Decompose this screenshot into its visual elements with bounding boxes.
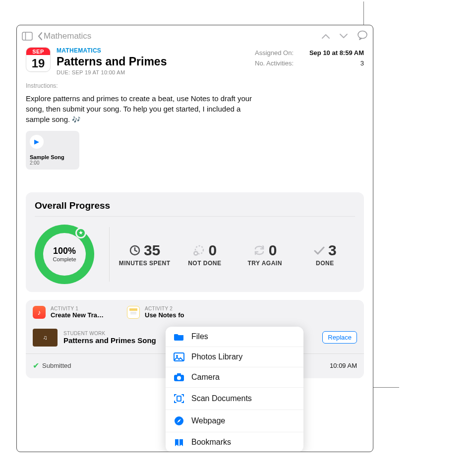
activity-1-label: ACTIVITY 1: [51, 306, 115, 311]
calendar-icon: SEP 19: [26, 47, 51, 72]
assignment-title: Patterns and Primes: [57, 55, 167, 68]
menu-webpage[interactable]: Webpage: [166, 410, 303, 432]
check-icon: [313, 245, 325, 255]
safari-icon: [174, 415, 184, 426]
stat-try-again: 10 TRY AGAIN: [235, 242, 295, 267]
stat-minutes: 35 MINUTES SPENT: [115, 242, 175, 267]
star-badge-icon: ★: [75, 228, 86, 238]
instructions-label: Instructions:: [26, 82, 364, 89]
assigned-on-label: Assigned On:: [255, 49, 294, 57]
callout-line-vertical: [363, 1, 364, 25]
activity-2-label: ACTIVITY 2: [145, 306, 209, 311]
subject-label: MATHEMATICS: [57, 47, 167, 54]
camera-icon: [174, 373, 184, 382]
student-work-label: STUDENT WORK: [63, 331, 156, 336]
progress-title: Overall Progress: [35, 200, 355, 211]
progress-percent: 100%: [53, 246, 76, 256]
attachment-source-menu: Files Photos Library Camera Scan Documen…: [166, 327, 303, 452]
play-icon[interactable]: ▶: [30, 135, 44, 149]
music-notes-icon: 🎶: [72, 116, 80, 123]
student-work-name: Patterns and Primes Song: [63, 336, 156, 345]
messages-button[interactable]: [357, 30, 368, 42]
activity-1[interactable]: ♪ ACTIVITY 1 Create New Tra…: [33, 306, 117, 319]
photos-icon: [174, 352, 184, 361]
svg-rect-17: [177, 373, 181, 375]
not-done-icon: [193, 244, 206, 256]
due-label: DUE: SEP 19 AT 10:00 AM: [57, 69, 167, 75]
progress-ring: 100% Complete ★: [35, 225, 94, 284]
navbar: Mathematics: [17, 25, 373, 47]
svg-rect-10: [129, 308, 137, 311]
activity-1-name: Create New Tra…: [51, 311, 115, 319]
sample-title: Sample Song: [30, 154, 75, 160]
student-work-thumbnail[interactable]: ♫: [33, 329, 58, 347]
activities-count-label: No. Activities:: [255, 59, 294, 67]
overall-progress-card: Overall Progress 100% Complete ★ 35 MINU…: [26, 192, 364, 292]
calendar-day: 19: [26, 55, 50, 71]
instructions-body: Explore patterns and primes to create a …: [26, 93, 254, 125]
retry-icon: 1: [253, 245, 266, 256]
svg-point-2: [358, 31, 367, 39]
bookmarks-icon: [174, 438, 184, 447]
activities-count-value: 3: [360, 59, 364, 67]
app-frame: Mathematics SEP 19 MATHEMATICS Patterns …: [16, 25, 373, 452]
submitted-time: 10:09 AM: [330, 362, 357, 369]
prev-assignment-button[interactable]: [321, 31, 330, 42]
menu-files[interactable]: Files: [166, 327, 303, 347]
stat-not-done: 0 NOT DONE: [175, 242, 235, 267]
menu-photos-library[interactable]: Photos Library: [166, 347, 303, 367]
svg-rect-0: [22, 32, 32, 40]
sample-song-card[interactable]: ▶ Sample Song 2:00: [26, 131, 79, 170]
next-assignment-button[interactable]: [339, 31, 348, 42]
calendar-month: SEP: [26, 48, 50, 55]
menu-camera[interactable]: Camera: [166, 367, 303, 388]
stat-done: 3 DONE: [295, 242, 355, 267]
menu-bookmarks[interactable]: Bookmarks: [166, 432, 303, 452]
clock-icon: [129, 244, 141, 256]
activity-2[interactable]: ACTIVITY 2 Use Notes fo: [127, 306, 211, 319]
activity-2-name: Use Notes fo: [145, 311, 209, 319]
progress-percent-sub: Complete: [53, 256, 76, 262]
garageband-icon: ♪: [33, 306, 46, 319]
back-button[interactable]: Mathematics: [37, 31, 91, 41]
folder-icon: [174, 332, 184, 341]
scan-icon: [174, 393, 184, 404]
submitted-label: Submitted: [42, 362, 71, 369]
back-label: Mathematics: [44, 31, 91, 41]
svg-text:1: 1: [262, 245, 264, 249]
svg-point-18: [177, 376, 181, 380]
svg-rect-19: [177, 396, 181, 401]
assigned-on-value: Sep 10 at 8:59 AM: [309, 49, 364, 57]
notes-icon: [127, 306, 140, 319]
submitted-check-icon: ✔: [33, 361, 39, 370]
sidebar-toggle-icon[interactable]: [22, 32, 33, 41]
replace-button[interactable]: Replace: [322, 331, 357, 344]
sample-duration: 2:00: [30, 160, 75, 166]
menu-scan-documents[interactable]: Scan Documents: [166, 388, 303, 410]
svg-point-15: [176, 355, 178, 357]
